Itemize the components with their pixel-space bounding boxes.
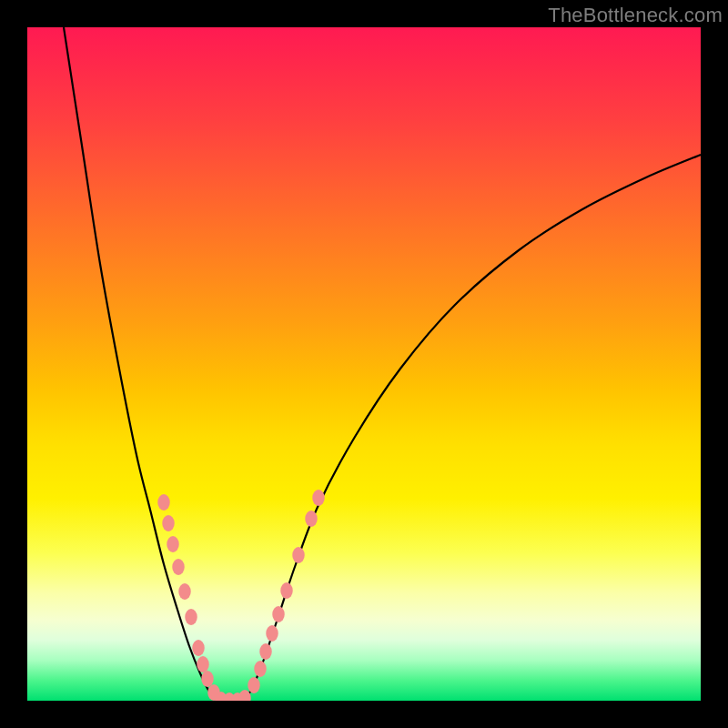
curves-svg (27, 27, 701, 701)
marker-dot (259, 643, 272, 660)
marker-dot (305, 511, 318, 527)
marker-dot (192, 640, 205, 656)
marker-dot (172, 559, 185, 575)
marker-dot (280, 582, 293, 599)
marker-dot (266, 625, 278, 642)
marker-dot (162, 515, 175, 531)
marker-dot (292, 547, 305, 563)
marker-dot (167, 536, 179, 552)
marker-dot (178, 583, 191, 600)
watermark-text: TheBottleneck.com (548, 4, 723, 27)
marker-dot (312, 490, 325, 506)
data-markers (157, 490, 325, 701)
marker-dot (248, 677, 260, 693)
chart-frame: TheBottleneck.com (0, 0, 728, 728)
marker-dot (201, 671, 214, 687)
plot-area (27, 27, 701, 701)
left-curve (64, 27, 223, 701)
marker-dot (272, 606, 285, 622)
marker-dot (157, 494, 170, 511)
marker-dot (185, 609, 197, 625)
marker-dot (197, 656, 209, 672)
marker-dot (238, 690, 251, 701)
right-curve (241, 155, 701, 701)
marker-dot (254, 661, 267, 677)
